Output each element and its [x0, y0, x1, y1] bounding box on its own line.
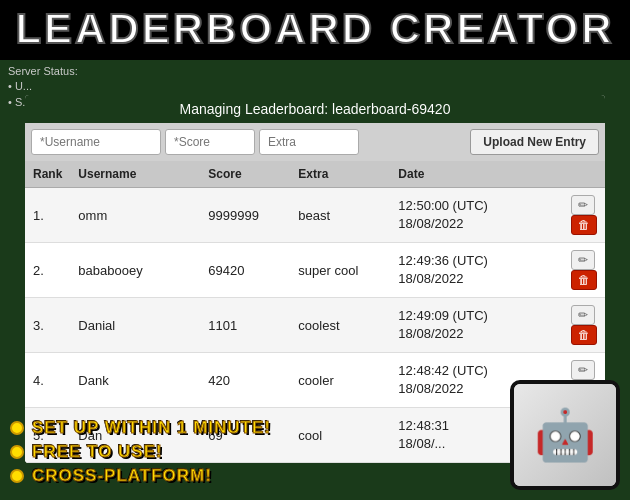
server-status-label: Server Status:	[8, 64, 622, 79]
col-username: Username	[70, 161, 200, 188]
cell-actions: ✏ 🗑	[545, 298, 605, 353]
managing-id: leaderboard-69420	[332, 101, 450, 117]
promo-bullet: CROSS-PLATFORM!	[10, 466, 500, 486]
cell-extra: beast	[290, 188, 390, 243]
robot-inner: 🤖	[510, 380, 620, 490]
input-row: Upload New Entry	[25, 123, 605, 161]
cell-date: 12:49:09 (UTC)18/08/2022	[390, 298, 545, 353]
edit-button[interactable]: ✏	[571, 305, 595, 325]
cell-date: 12:49:36 (UTC)18/08/2022	[390, 243, 545, 298]
col-rank: Rank	[25, 161, 70, 188]
cell-extra: coolest	[290, 298, 390, 353]
bullet-text: FREE TO USE!	[32, 442, 163, 462]
upload-button[interactable]: Upload New Entry	[470, 129, 599, 155]
cell-username: Danial	[70, 298, 200, 353]
robot-icon: 🤖	[510, 380, 620, 490]
table-header-row: Rank Username Score Extra Date	[25, 161, 605, 188]
bullet-dot	[10, 445, 24, 459]
table-row: 2. bababooey 69420 super cool 12:49:36 (…	[25, 243, 605, 298]
cell-username: bababooey	[70, 243, 200, 298]
cell-rank: 1.	[25, 188, 70, 243]
table-row: 1. omm 9999999 beast 12:50:00 (UTC)18/08…	[25, 188, 605, 243]
server-status-line1: • U...	[8, 79, 622, 94]
promo-bullet: SET UP WITHIN 1 MINUTE!	[10, 418, 500, 438]
cell-score: 1101	[200, 298, 290, 353]
col-extra: Extra	[290, 161, 390, 188]
promo-bullets: SET UP WITHIN 1 MINUTE! FREE TO USE! CRO…	[10, 418, 500, 490]
bullet-dot	[10, 421, 24, 435]
cell-actions: ✏ 🗑	[545, 243, 605, 298]
delete-button[interactable]: 🗑	[571, 215, 597, 235]
score-input[interactable]	[165, 129, 255, 155]
delete-button[interactable]: 🗑	[571, 325, 597, 345]
promo-area: SET UP WITHIN 1 MINUTE! FREE TO USE! CRO…	[10, 380, 620, 490]
extra-input[interactable]	[259, 129, 359, 155]
edit-button[interactable]: ✏	[571, 250, 595, 270]
col-actions	[545, 161, 605, 188]
bullet-text: CROSS-PLATFORM!	[32, 466, 212, 486]
managing-prefix: Managing Leaderboard:	[180, 101, 329, 117]
edit-button[interactable]: ✏	[571, 360, 595, 380]
cell-rank: 3.	[25, 298, 70, 353]
cell-rank: 2.	[25, 243, 70, 298]
table-row: 3. Danial 1101 coolest 12:49:09 (UTC)18/…	[25, 298, 605, 353]
cell-date: 12:50:00 (UTC)18/08/2022	[390, 188, 545, 243]
promo-bullet: FREE TO USE!	[10, 442, 500, 462]
cell-score: 9999999	[200, 188, 290, 243]
cell-actions: ✏ 🗑	[545, 188, 605, 243]
cell-extra: super cool	[290, 243, 390, 298]
bullet-text: SET UP WITHIN 1 MINUTE!	[32, 418, 271, 438]
cell-score: 69420	[200, 243, 290, 298]
bullet-dot	[10, 469, 24, 483]
edit-button[interactable]: ✏	[571, 195, 595, 215]
managing-title: Managing Leaderboard: leaderboard-69420	[25, 95, 605, 123]
cell-username: omm	[70, 188, 200, 243]
delete-button[interactable]: 🗑	[571, 270, 597, 290]
col-score: Score	[200, 161, 290, 188]
username-input[interactable]	[31, 129, 161, 155]
col-date: Date	[390, 161, 545, 188]
header-banner: LEADERBOARD CREATOR	[0, 0, 630, 60]
app-title: LEADERBOARD CREATOR	[12, 8, 618, 50]
